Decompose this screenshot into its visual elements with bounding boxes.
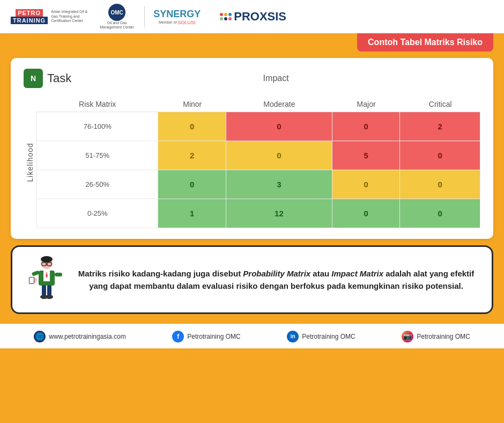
dot4 — [220, 17, 223, 20]
cell-r3-c0: 1 — [158, 199, 226, 228]
likelihood-cell: 26-50% — [36, 170, 158, 199]
solusi-text: SOLUSI — [177, 20, 195, 25]
cell-r2-c2: 0 — [332, 170, 401, 199]
table-row: 26-50%0300 — [36, 170, 480, 199]
logo-section: PETRO TRAINING Asian Integrated Oil & Ga… — [11, 4, 286, 29]
proxsis-logo: PROXSIS — [220, 10, 286, 24]
omc-logo: OMC Oil and Gas Management Center — [98, 4, 136, 29]
card-header: N Task Impact — [24, 69, 480, 88]
svg-rect-10 — [32, 270, 40, 276]
cell-r0-c0: 0 — [158, 112, 226, 141]
proxsis-dots — [220, 13, 232, 20]
col-risk-matrix: Risk Matrix — [36, 97, 158, 112]
petro-sub: Asian Integrated Oil & Gas Training and … — [51, 10, 94, 23]
bottom-text-content: Matriks risiko kadang-kadang juga disebu… — [73, 267, 479, 293]
footer: 🌐 www.petrotrainingasia.com f Petrotrain… — [0, 324, 504, 348]
cell-r1-c2: 5 — [332, 141, 401, 170]
table-row: 76-100%0002 — [36, 112, 480, 141]
svg-rect-12 — [55, 273, 62, 276]
character-illustration — [25, 256, 68, 304]
table-row: 0-25%11200 — [36, 199, 480, 228]
dot2 — [224, 13, 227, 16]
table-row: 51-75%2050 — [36, 141, 480, 170]
proxsis-text: PROXSIS — [234, 10, 286, 24]
synergy-logo: SYNERGY Member of SOLUSI — [153, 9, 201, 25]
website-text: www.petrotrainingasia.com — [49, 333, 125, 340]
likelihood-cell: 76-100% — [36, 112, 158, 141]
footer-facebook: f Petrotraining OMC — [172, 331, 240, 342]
section-title-text: Contoh Tabel Matriks Risiko — [368, 38, 483, 47]
footer-linkedin: in Petrotraining OMC — [287, 331, 355, 342]
header-divider — [144, 6, 145, 27]
table-header-row: Risk Matrix Minor Moderate Major Critica… — [36, 97, 480, 112]
globe-icon: 🌐 — [34, 331, 46, 342]
likelihood-cell: 0-25% — [36, 199, 158, 228]
dot6 — [228, 17, 232, 20]
svg-point-16 — [46, 295, 53, 299]
member-of: Member of — [159, 20, 176, 24]
linkedin-icon: in — [287, 331, 299, 342]
risk-matrix-card: N Task Impact Likelihood Risk Matrix Min… — [11, 58, 493, 239]
cell-r3-c1: 12 — [226, 199, 332, 228]
cell-r0-c2: 0 — [332, 112, 401, 141]
omc-sub: Oil and Gas Management Center — [98, 21, 136, 29]
impact-label: Impact — [71, 74, 480, 83]
dot3 — [228, 13, 232, 16]
main-body: Contoh Tabel Matriks Risiko N Task Impac… — [0, 33, 504, 324]
likelihood-label: Likelihood — [24, 97, 36, 228]
bottom-text-box: Matriks risiko kadang-kadang juga disebu… — [11, 245, 493, 314]
instagram-icon: 📷 — [402, 331, 413, 342]
cell-r2-c0: 0 — [158, 170, 226, 199]
dot1 — [220, 13, 223, 16]
omc-circle: OMC — [108, 4, 125, 21]
risk-matrix-table: Risk Matrix Minor Moderate Major Critica… — [36, 97, 480, 228]
col-minor: Minor — [158, 97, 226, 112]
svg-rect-13 — [42, 285, 46, 296]
synergy-text: SYNERGY — [153, 9, 201, 20]
cell-r1-c3: 0 — [400, 141, 480, 170]
li-label: Petrotraining OMC — [302, 333, 355, 340]
cell-r2-c1: 3 — [226, 170, 332, 199]
ig-label: Petrotraining OMC — [417, 333, 470, 340]
table-wrapper: Likelihood Risk Matrix Minor Moderate Ma… — [24, 97, 480, 228]
svg-rect-14 — [47, 285, 51, 296]
col-moderate: Moderate — [226, 97, 332, 112]
svg-text:N: N — [31, 74, 36, 83]
footer-instagram: 📷 Petrotraining OMC — [402, 331, 470, 342]
task-logo: N Task — [24, 69, 71, 88]
fb-label: Petrotraining OMC — [187, 333, 240, 340]
cell-r3-c3: 0 — [400, 199, 480, 228]
task-label: Task — [47, 71, 71, 85]
cell-r1-c0: 2 — [158, 141, 226, 170]
cell-r0-c3: 2 — [400, 112, 480, 141]
cell-r0-c1: 0 — [226, 112, 332, 141]
petro-training-logo: PETRO TRAINING Asian Integrated Oil & Ga… — [11, 9, 94, 24]
svg-rect-18 — [29, 278, 34, 283]
petro-text: PETRO — [16, 9, 43, 17]
dot5 — [224, 17, 227, 20]
section-title-banner: Contoh Tabel Matriks Risiko — [357, 33, 493, 52]
header: PETRO TRAINING Asian Integrated Oil & Ga… — [0, 0, 504, 33]
cell-r1-c1: 0 — [226, 141, 332, 170]
svg-point-6 — [41, 256, 53, 262]
facebook-icon: f — [172, 331, 184, 342]
cell-r3-c2: 0 — [332, 199, 401, 228]
task-icon: N — [24, 69, 43, 88]
footer-website: 🌐 www.petrotrainingasia.com — [34, 331, 125, 342]
training-text: TRAINING — [11, 17, 48, 24]
cell-r2-c3: 0 — [400, 170, 480, 199]
col-critical: Critical — [400, 97, 480, 112]
col-major: Major — [332, 97, 401, 112]
likelihood-cell: 51-75% — [36, 141, 158, 170]
